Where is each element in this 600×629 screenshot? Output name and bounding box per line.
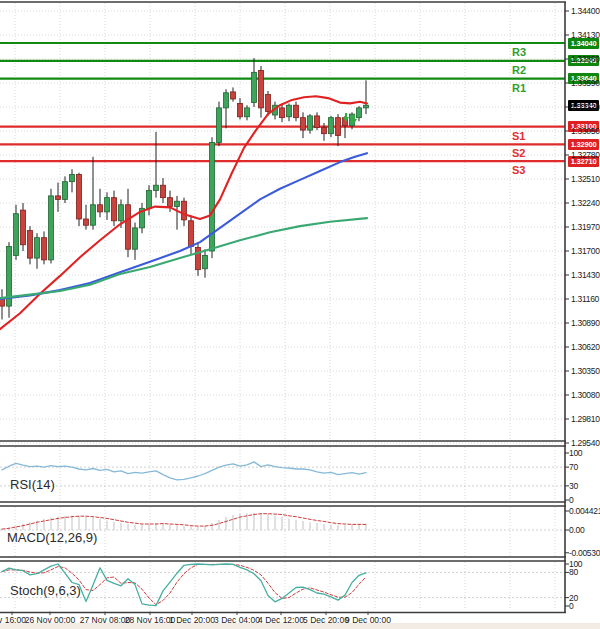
candle-up (217, 108, 222, 143)
rsi-line (2, 462, 366, 480)
axis-tick-label: -0.005305 (569, 548, 600, 558)
candle-up (245, 108, 250, 117)
candle-down (196, 247, 201, 269)
candle-down (294, 105, 299, 117)
candle-up (49, 196, 54, 260)
candle-up (14, 214, 19, 256)
price-badge-s2: 1.32900 (568, 139, 599, 150)
candle-up (70, 175, 75, 182)
candle-down (21, 210, 26, 245)
axis-tick-label: 1.33860 (571, 54, 600, 64)
axis-tick-label: 1.31430 (571, 270, 600, 280)
candle-down (182, 201, 187, 220)
candle-down (56, 196, 61, 200)
candle-up (63, 182, 68, 200)
macd-histogram (2, 513, 366, 530)
candle-down (98, 205, 103, 212)
axis-tick-label: 1.34130 (571, 30, 600, 40)
axis-tick-label: 0 (569, 495, 573, 505)
candle-down (42, 238, 47, 260)
candle-up (147, 191, 152, 209)
candle-down (280, 108, 285, 118)
axis-tick-label: 0.00 (569, 525, 584, 535)
candle-down (126, 205, 131, 249)
candle-up (35, 238, 40, 258)
axis-tick-label: 1.32510 (571, 174, 600, 184)
candle-up (203, 255, 208, 268)
stoch-k-line (2, 564, 366, 606)
candle-down (84, 219, 89, 225)
axis-tick-label: 1.31160 (571, 294, 599, 304)
axis-tick-label: 1.30350 (571, 366, 600, 376)
bottom-strip (0, 623, 600, 629)
axis-tick-label: 30 (569, 481, 578, 491)
candle-down (189, 221, 194, 247)
candle-down (112, 198, 117, 221)
axis-tick-label: 1.29810 (571, 414, 600, 424)
axis-tick-label: 1.32240 (571, 198, 600, 208)
axis-tick-label: 1.31700 (571, 246, 600, 256)
candle-up (105, 198, 110, 212)
axis-tick-label: 100 (569, 448, 582, 458)
candle-down (161, 185, 166, 197)
candle-down (168, 198, 173, 207)
candle-down (238, 103, 243, 116)
axis-tick-label: 1.31970 (571, 222, 600, 232)
candle-down (336, 118, 341, 136)
ma-slow-green-line (0, 218, 367, 298)
candle-up (119, 205, 124, 221)
candle-down (231, 92, 236, 99)
candle-up (133, 228, 138, 249)
axis-tick-label: 0.004421 (569, 506, 600, 516)
candle-up (308, 116, 313, 130)
candle-down (259, 71, 264, 108)
axis-tick-label: 1.30890 (571, 318, 600, 328)
candle-up (224, 93, 229, 108)
axis-tick-label: 1.30080 (571, 390, 600, 400)
candle-down (322, 127, 327, 133)
chart-canvas[interactable] (0, 0, 600, 629)
axis-tick-label: 1.33320 (571, 102, 600, 112)
axis-tick-label: 80 (569, 567, 578, 577)
axis-tick-label: 1.34400 (571, 6, 600, 16)
candle-up (252, 72, 257, 102)
axis-tick-label: 1.32780 (571, 150, 600, 160)
candle-up (357, 108, 362, 118)
trading-chart[interactable]: R3 R2 R1 S1 S2 S3 1.34040 1.33840 1.3364… (0, 0, 600, 629)
axis-tick-label: 1.33050 (571, 126, 600, 136)
candle-down (315, 116, 320, 128)
stoch-d-line (2, 564, 366, 604)
candle-up (154, 185, 159, 190)
candle-down (77, 175, 82, 219)
candle-down (266, 95, 271, 112)
candle-down (301, 118, 306, 130)
candle-up (329, 118, 334, 134)
pivot-levels (0, 43, 565, 161)
candle-up (91, 205, 96, 225)
axis-tick-label: 70 (569, 462, 578, 472)
axis-tick-label: 1.30620 (571, 342, 600, 352)
axis-tick-label: 1.29540 (571, 438, 600, 448)
candle-up (287, 105, 292, 117)
axis-tick-label: 1.33590 (571, 78, 600, 88)
candle-down (28, 231, 33, 259)
axis-tick-label: 0 (569, 601, 573, 611)
candle-up (364, 105, 369, 108)
candle-up (175, 201, 180, 206)
